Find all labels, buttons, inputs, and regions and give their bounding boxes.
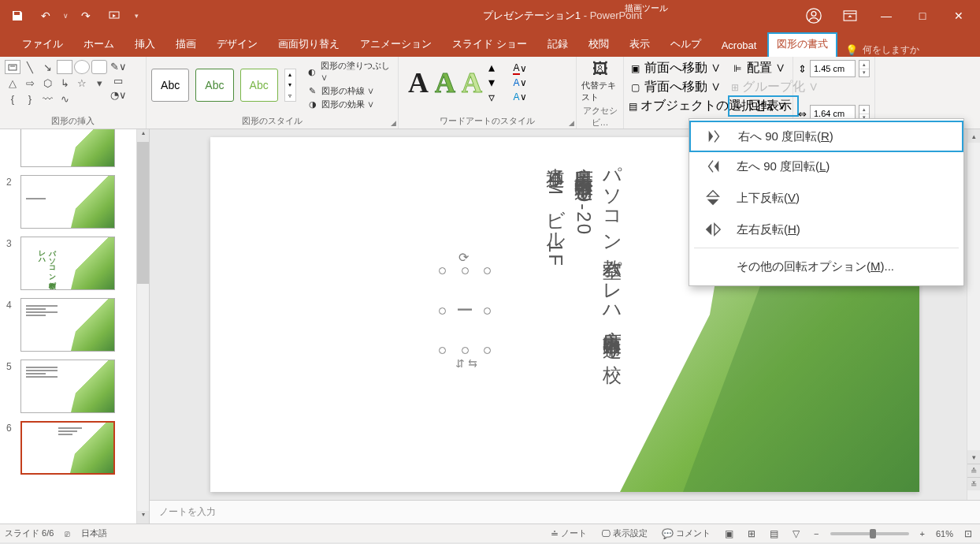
shape-effects-button[interactable]: ◑図形の効果 ∨ <box>307 99 393 110</box>
text-effects-button[interactable]: A∨ <box>509 91 531 103</box>
shape-line-arrow[interactable]: ↘ <box>39 60 55 74</box>
zoom-slider[interactable] <box>830 532 909 535</box>
tab-home[interactable]: ホーム <box>74 32 124 57</box>
resize-handle-bl[interactable] <box>439 347 446 354</box>
tab-view[interactable]: 表示 <box>620 32 659 57</box>
scroll-up-button[interactable]: ▴ <box>137 129 149 142</box>
shape-style-2[interactable]: Abc <box>195 69 233 102</box>
reading-view-button[interactable]: ▤ <box>767 527 781 541</box>
minimize-button[interactable]: — <box>868 0 904 32</box>
flip-horizontal-item[interactable]: 左右反転(H) <box>689 214 963 245</box>
display-settings-button[interactable]: 🖵表示設定 <box>598 526 651 541</box>
shape-rounded-rect[interactable] <box>91 60 107 74</box>
editor-scroll-up[interactable]: ▴ <box>967 129 980 143</box>
comments-button[interactable]: 💬コメント <box>659 526 714 541</box>
shape-connector[interactable]: ↳ <box>57 76 72 90</box>
save-button[interactable] <box>6 5 28 27</box>
shape-star[interactable]: ☆ <box>74 76 90 90</box>
shape-oval[interactable] <box>74 60 90 74</box>
selected-shape[interactable]: ⟳ ー ⇵ ⇵ <box>447 275 483 346</box>
resize-handle-ml[interactable] <box>439 307 446 315</box>
language-status[interactable]: 日本語 <box>81 527 107 539</box>
slide-sorter-button[interactable]: ⊞ <box>744 527 759 541</box>
notes-toggle[interactable]: ≐ノート <box>548 526 590 541</box>
wordart-style-1[interactable]: A <box>408 66 429 99</box>
tab-slideshow[interactable]: スライド ショー <box>443 32 536 57</box>
account-button[interactable] <box>796 0 832 32</box>
resize-handle-br[interactable] <box>484 347 491 354</box>
normal-view-button[interactable]: ▣ <box>722 527 737 541</box>
resize-handle-tc[interactable] <box>462 267 469 274</box>
tab-animations[interactable]: アニメーション <box>351 32 441 57</box>
slide-thumbnail-1[interactable] <box>20 129 115 167</box>
adjust-handle-1[interactable]: ⇵ <box>455 357 465 370</box>
shape-brace[interactable]: { <box>5 91 20 106</box>
shape-line[interactable]: ╲ <box>22 60 38 74</box>
slideshow-view-button[interactable]: ▽ <box>789 527 803 541</box>
tab-record[interactable]: 記録 <box>538 32 577 57</box>
slide-thumbnail-6[interactable] <box>20 421 115 475</box>
close-button[interactable]: ✕ <box>941 0 977 32</box>
resize-handle-bc[interactable] <box>462 347 469 354</box>
shape-styles-launcher[interactable]: ◢ <box>391 119 396 127</box>
edit-shape-button[interactable]: ✎∨ <box>110 60 126 73</box>
tab-acrobat[interactable]: Acrobat <box>712 35 767 57</box>
prev-slide-button[interactable]: ≙ <box>967 464 980 477</box>
shape-style-3[interactable]: Abc <box>240 69 278 102</box>
shape-rectangle[interactable] <box>57 60 72 74</box>
undo-dropdown[interactable]: ∨ <box>63 12 69 20</box>
selection-pane-button[interactable]: ▤オブジェクトの選択と表示 <box>629 98 723 114</box>
slide-counter[interactable]: スライド 6/6 <box>5 527 54 539</box>
zoom-out-button[interactable]: − <box>811 527 822 540</box>
rotation-handle[interactable]: ⟳ <box>458 250 469 265</box>
tab-shape-format[interactable]: 図形の書式 <box>767 32 837 57</box>
qat-customize[interactable]: ▾ <box>135 12 139 20</box>
start-from-beginning-button[interactable] <box>103 5 125 27</box>
ribbon-display-options[interactable] <box>832 0 868 32</box>
scroll-thumb[interactable] <box>137 142 149 284</box>
slide-thumbnail-5[interactable] <box>20 360 115 413</box>
send-backward-button[interactable]: ▢背面へ移動 ∨ <box>629 79 723 95</box>
wordart-launcher[interactable]: ◢ <box>569 119 574 127</box>
text-outline-button[interactable]: A∨ <box>509 76 531 89</box>
tab-design[interactable]: デザイン <box>207 32 267 57</box>
next-slide-button[interactable]: ≚ <box>967 477 980 490</box>
text-fill-button[interactable]: A∨ <box>509 62 531 75</box>
rotate-left-90-item[interactable]: 左へ 90 度回転(L) <box>689 151 963 182</box>
fit-to-window-button[interactable]: ⊡ <box>961 527 975 541</box>
shape-brace2[interactable]: } <box>22 91 38 106</box>
shape-style-1[interactable]: Abc <box>151 69 189 102</box>
tab-review[interactable]: 校閲 <box>579 32 618 57</box>
shape-scribble[interactable]: ∿ <box>57 91 72 106</box>
tab-insert[interactable]: 挿入 <box>125 32 165 57</box>
zoom-level[interactable]: 61% <box>936 529 953 538</box>
tab-transitions[interactable]: 画面切り替え <box>269 32 349 57</box>
more-rotate-options-item[interactable]: その他の回転オプション(M)... <box>689 251 963 282</box>
group-button[interactable]: ⊞グループ化 ∨ <box>731 79 794 95</box>
height-input[interactable]: 1.45 cm <box>810 60 856 77</box>
shape-gallery-more[interactable]: ▾ <box>91 76 107 90</box>
thumbnail-scrollbar[interactable]: ▴ ▾ <box>136 129 149 524</box>
tab-file[interactable]: ファイル <box>13 32 72 57</box>
resize-handle-mr[interactable] <box>484 307 491 315</box>
resize-handle-tl[interactable] <box>439 267 446 274</box>
slide-thumbnail-4[interactable] <box>20 298 115 352</box>
bring-forward-button[interactable]: ▣前面へ移動 ∨ <box>629 60 723 76</box>
scroll-down-button[interactable]: ▾ <box>137 511 149 524</box>
maximize-button[interactable]: □ <box>904 0 941 32</box>
undo-button[interactable]: ↶ <box>35 5 57 27</box>
shape-triangle[interactable]: △ <box>5 76 20 90</box>
merge-shapes-button[interactable]: ◔∨ <box>110 88 126 101</box>
height-spinner[interactable]: ▴▾ <box>859 60 870 77</box>
wordart-gallery-dropdown[interactable]: ▴▾▿ <box>488 60 495 105</box>
shape-outline-button[interactable]: ✎図形の枠線 ∨ <box>307 85 393 97</box>
tab-help[interactable]: ヘルプ <box>661 32 711 57</box>
wordart-style-2[interactable]: A <box>435 66 455 99</box>
notes-pane[interactable]: ノートを入力 <box>150 500 980 524</box>
resize-handle-tr[interactable] <box>484 267 491 274</box>
redo-button[interactable]: ↷ <box>75 5 97 27</box>
shape-hexagon[interactable]: ⬡ <box>39 76 55 90</box>
editor-scroll-down[interactable]: ▾ <box>967 450 980 464</box>
rotate-button[interactable]: ⤾回転 ∨ <box>728 95 799 117</box>
tell-me-search[interactable]: 💡 何をしますか <box>845 43 919 57</box>
